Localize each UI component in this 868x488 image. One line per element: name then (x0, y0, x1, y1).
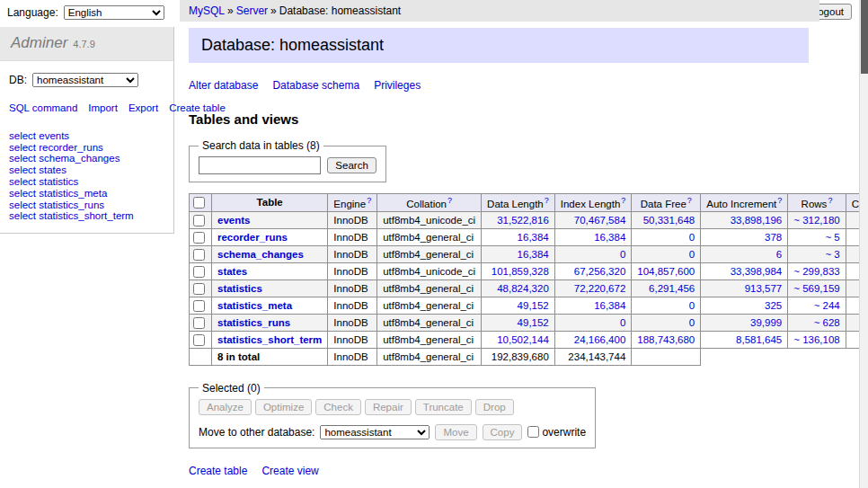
index-length-link-events[interactable]: 70,467,584 (574, 215, 626, 226)
scrollbar[interactable] (859, 0, 868, 488)
db-link-privileges[interactable]: Privileges (374, 79, 421, 92)
data-free-link-events[interactable]: 50,331,648 (643, 215, 695, 226)
row-checkbox-statistics[interactable] (193, 283, 205, 295)
data-length-link-events[interactable]: 31,522,816 (497, 215, 549, 226)
sidebar-select-statistics-short-term[interactable]: select statistics_short_term (9, 210, 164, 222)
data-length-link-statistics_meta[interactable]: 49,152 (518, 300, 549, 311)
sidebar-select-statistics[interactable]: select statistics (9, 176, 164, 188)
search-input[interactable] (199, 156, 321, 174)
data-length-link-statistics[interactable]: 48,824,320 (497, 283, 549, 294)
data-free-link-states[interactable]: 104,857,600 (637, 266, 695, 277)
collation-cell: utf8mb4_general_ci (377, 297, 482, 314)
db-link-alter-database[interactable]: Alter database (189, 79, 258, 92)
table-link-statistics_runs[interactable]: statistics_runs (217, 317, 290, 328)
sidebar-select-states[interactable]: select states (9, 164, 164, 176)
auto-increment-link-events[interactable]: 33,898,196 (731, 215, 783, 226)
data-free-link-recorder_runs[interactable]: 0 (689, 232, 695, 243)
truncate-button[interactable]: Truncate (415, 399, 472, 415)
sidebar-link-export[interactable]: Export (128, 102, 158, 113)
data-free-link-statistics_runs[interactable]: 0 (689, 317, 695, 328)
rows-link-statistics[interactable]: ~ 569,159 (793, 283, 839, 294)
row-checkbox-statistics_runs[interactable] (193, 317, 205, 329)
row-checkbox-recorder_runs[interactable] (193, 232, 205, 244)
sidebar-link-sql-command[interactable]: SQL command (9, 102, 77, 113)
overwrite-checkbox[interactable] (527, 426, 539, 438)
optimize-button[interactable]: Optimize (255, 399, 312, 415)
data-free-link-statistics[interactable]: 6,291,456 (649, 283, 695, 294)
auto-increment-link-statistics_runs[interactable]: 39,999 (750, 317, 782, 328)
index-length-link-states[interactable]: 67,256,320 (574, 266, 626, 277)
data-free-link-statistics_short_term[interactable]: 188,743,680 (637, 334, 695, 345)
data-length-link-states[interactable]: 101,859,328 (492, 266, 549, 277)
table-link-statistics[interactable]: statistics (217, 283, 262, 294)
drop-button[interactable]: Drop (475, 399, 514, 415)
row-checkbox-statistics_short_term[interactable] (193, 334, 205, 346)
check-all-checkbox[interactable] (193, 197, 205, 209)
index-length-link-statistics[interactable]: 72,220,672 (574, 283, 626, 294)
link-create-table[interactable]: Create table (189, 465, 247, 477)
breadcrumb-mysql[interactable]: MySQL (189, 4, 225, 17)
auto-increment-link-schema_changes[interactable]: 6 (776, 249, 782, 260)
index-length-link-statistics_short_term[interactable]: 24,166,400 (574, 334, 626, 345)
sidebar-select-schema-changes[interactable]: select schema_changes (9, 153, 164, 164)
index-length-link-schema_changes[interactable]: 0 (620, 249, 625, 260)
rows-link-statistics_meta[interactable]: ~ 244 (814, 300, 840, 311)
db-select[interactable]: homeassistant (32, 73, 138, 87)
analyze-button[interactable]: Analyze (199, 399, 252, 415)
help-link-engine[interactable]: ? (367, 196, 371, 205)
rows-link-statistics_runs[interactable]: ~ 628 (814, 317, 840, 328)
auto-increment-link-statistics[interactable]: 913,577 (745, 283, 783, 294)
row-checkbox-events[interactable] (193, 215, 205, 226)
sidebar-link-import[interactable]: Import (88, 102, 118, 113)
link-create-view[interactable]: Create view (261, 465, 318, 477)
sidebar-select-events[interactable]: select events (9, 130, 164, 142)
auto-increment-link-statistics_short_term[interactable]: 8,581,645 (736, 334, 782, 345)
check-button[interactable]: Check (315, 399, 361, 415)
data-free-link-schema_changes[interactable]: 0 (689, 249, 695, 260)
auto-increment-link-recorder_runs[interactable]: 378 (765, 232, 782, 243)
index-length-link-statistics_runs[interactable]: 0 (620, 317, 625, 328)
rows-link-events[interactable]: ~ 312,180 (793, 215, 839, 226)
index-length-link-statistics_meta[interactable]: 16,384 (594, 300, 625, 311)
help-link-rows[interactable]: ? (828, 196, 832, 205)
move-button[interactable]: Move (435, 424, 476, 440)
repair-button[interactable]: Repair (365, 399, 412, 415)
data-length-link-schema_changes[interactable]: 16,384 (518, 249, 549, 260)
table-link-schema_changes[interactable]: schema_changes (217, 249, 304, 260)
language-select[interactable]: English (64, 5, 164, 20)
sidebar-select-statistics-runs[interactable]: select statistics_runs (9, 200, 164, 211)
table-link-statistics_meta[interactable]: statistics_meta (217, 300, 292, 311)
help-link-data-length[interactable]: ? (545, 196, 549, 205)
breadcrumb-server[interactable]: Server (236, 4, 268, 17)
table-link-recorder_runs[interactable]: recorder_runs (217, 232, 288, 243)
row-checkbox-schema_changes[interactable] (193, 249, 205, 261)
overwrite-option[interactable]: overwrite (527, 426, 586, 439)
data-length-link-statistics_runs[interactable]: 49,152 (518, 317, 549, 328)
search-button[interactable]: Search (327, 157, 376, 173)
auto-increment-link-states[interactable]: 33,398,984 (731, 266, 783, 277)
data-free-link-statistics_meta[interactable]: 0 (689, 300, 695, 311)
help-link-data-free[interactable]: ? (687, 196, 692, 205)
table-link-statistics_short_term[interactable]: statistics_short_term (217, 334, 322, 345)
db-link-database-schema[interactable]: Database schema (272, 79, 359, 92)
rows-link-recorder_runs[interactable]: ~ 5 (825, 232, 839, 243)
row-checkbox-states[interactable] (193, 266, 205, 278)
index-length-link-recorder_runs[interactable]: 16,384 (594, 232, 625, 243)
move-db-select[interactable]: homeassistant (320, 425, 430, 439)
auto-increment-link-statistics_meta[interactable]: 325 (765, 300, 782, 311)
help-link-index-length[interactable]: ? (621, 196, 625, 205)
rows-link-statistics_short_term[interactable]: ~ 136,108 (793, 334, 839, 345)
sidebar-select-statistics-meta[interactable]: select statistics_meta (9, 188, 164, 200)
help-link-collation[interactable]: ? (447, 196, 452, 205)
rows-link-schema_changes[interactable]: ~ 3 (825, 249, 839, 260)
row-checkbox-statistics_meta[interactable] (193, 300, 205, 312)
data-length-link-recorder_runs[interactable]: 16,384 (518, 232, 549, 243)
rows-link-states[interactable]: ~ 299,833 (793, 266, 839, 277)
scrollbar-thumb[interactable] (861, 0, 868, 74)
table-link-events[interactable]: events (217, 215, 250, 226)
copy-button[interactable]: Copy (483, 424, 523, 440)
data-length-link-statistics_short_term[interactable]: 10,502,144 (497, 334, 549, 345)
help-link-auto-increment[interactable]: ? (777, 196, 782, 205)
sidebar-select-recorder-runs[interactable]: select recorder_runs (9, 142, 164, 154)
table-link-states[interactable]: states (217, 266, 247, 277)
